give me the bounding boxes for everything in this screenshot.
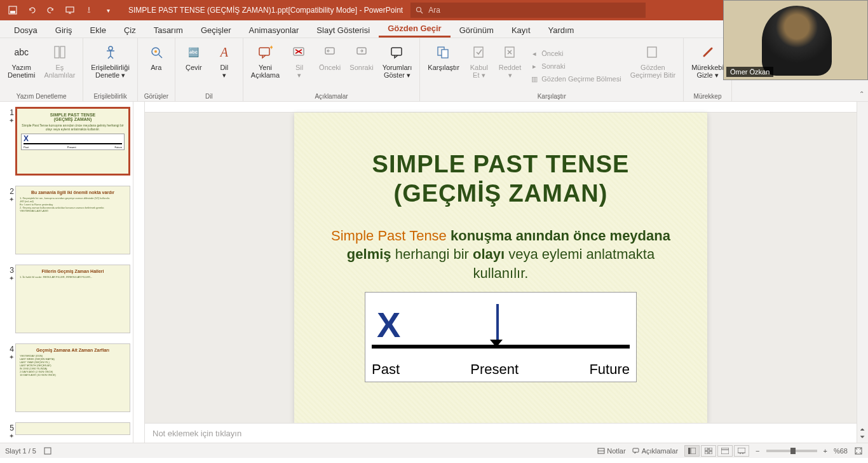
next-icon: ▸: [530, 62, 539, 71]
tab-ciz[interactable]: Çiz: [115, 23, 145, 38]
save-icon[interactable]: [8, 5, 18, 15]
svg-point-7: [109, 46, 112, 50]
svg-rect-11: [259, 48, 269, 55]
slide-canvas[interactable]: SIMPLE PAST TENSE (GEÇMİŞ ZAMAN) Simple …: [145, 113, 857, 423]
comments-toggle[interactable]: Açıklamalar: [632, 447, 678, 455]
svg-rect-26: [44, 448, 51, 454]
ribbon-group-erisilebilirlik: Erişilebilirliği Denetle ▾ Erişilebilirl…: [83, 38, 138, 101]
video-participant: [762, 6, 832, 76]
svg-rect-20: [442, 50, 448, 58]
undo-icon[interactable]: [27, 5, 37, 15]
svg-rect-31: [691, 448, 696, 454]
group-label: Açıklamalar: [248, 92, 414, 100]
horizontal-ruler: [145, 102, 857, 113]
prev-slide-icon[interactable]: ⏶: [860, 426, 865, 432]
tab-giris[interactable]: Giriş: [46, 23, 81, 38]
status-bar: Slayt 1 / 5 Notlar Açıklamalar − + %68: [0, 443, 868, 458]
thumbnail-5[interactable]: 5✦: [0, 417, 133, 443]
svg-line-4: [421, 11, 423, 13]
ribbon-group-yazim-denetleme: abc Yazım Denetimi Eş Anlamlılar Yazım D…: [0, 38, 83, 101]
zoom-in-button[interactable]: +: [824, 447, 827, 455]
svg-rect-33: [709, 448, 712, 450]
svg-rect-21: [474, 47, 483, 57]
compare-icon: [433, 42, 454, 62]
tab-ekle[interactable]: Ekle: [81, 23, 115, 38]
tab-animasyonlar[interactable]: Animasyonlar: [240, 23, 308, 38]
prev-comment-button[interactable]: Önceki: [316, 41, 343, 92]
accessibility-status-icon[interactable]: [44, 447, 51, 455]
hide-ink-button[interactable]: Mürekkebi Gizle ▾: [689, 41, 726, 92]
animation-star-icon: ✦: [9, 354, 14, 361]
show-comments-button[interactable]: Yorumları Göster ▾: [380, 41, 415, 92]
tab-yardim[interactable]: Yardım: [539, 23, 583, 38]
tab-gozden-gecir[interactable]: Gözden Geçir: [379, 21, 451, 38]
language-button[interactable]: A Dil ▾: [211, 41, 238, 92]
tab-gecisler[interactable]: Geçişler: [192, 23, 240, 38]
zoom-level[interactable]: %68: [834, 447, 848, 455]
thumbnail-2[interactable]: 2✦ Bu zamanla ilgili iki önemli nokta va…: [0, 181, 133, 259]
timeline-x-mark: X: [377, 304, 400, 345]
tab-slayt-gosterisi[interactable]: Slayt Gösterisi: [308, 23, 379, 38]
slideshow-view-button[interactable]: [734, 445, 749, 457]
sorter-view-button[interactable]: [701, 445, 716, 457]
group-label: Yazım Denetleme: [5, 92, 78, 100]
group-label: Erişilebilirlik: [88, 92, 132, 100]
main-editing-area: SIMPLE PAST TENSE (GEÇMİŞ ZAMAN) Simple …: [145, 102, 857, 443]
review-pane-button[interactable]: ▥Gözden Geçirme Bölmesi: [527, 73, 623, 85]
accept-button[interactable]: Kabul Et ▾: [466, 41, 492, 92]
accessibility-icon: [100, 42, 121, 62]
tab-tasarim[interactable]: Tasarım: [145, 23, 192, 38]
svg-rect-36: [721, 448, 729, 454]
svg-rect-32: [705, 448, 708, 450]
slide-title[interactable]: SIMPLE PAST TENSE (GEÇMİŞ ZAMAN): [372, 151, 630, 209]
customize-qat-icon[interactable]: ▾: [103, 5, 113, 15]
tab-dosya[interactable]: Dosya: [5, 23, 46, 38]
delete-comment-button[interactable]: Sil ▾: [286, 41, 313, 92]
new-comment-button[interactable]: ✦ Yeni Açıklama: [248, 41, 282, 92]
slide-thumbnails-panel[interactable]: 1✦ SIMPLE PAST TENSE (GEÇMİŞ ZAMAN)Simpl…: [0, 102, 133, 443]
end-review-icon: [642, 42, 663, 62]
reading-view-button[interactable]: [717, 445, 733, 457]
zoom-out-button[interactable]: −: [756, 447, 759, 455]
quick-access-toolbar: ▾: [0, 5, 121, 15]
vertical-scrollbar[interactable]: ⏶ ⏷: [857, 102, 868, 443]
fit-to-window-button[interactable]: [854, 446, 863, 455]
slide-counter[interactable]: Slayt 1 / 5: [5, 447, 36, 455]
slide-body-text[interactable]: Simple Past Tense konuşma anından önce m…: [320, 227, 682, 284]
notes-pane[interactable]: Not eklemek için tıklayın: [145, 423, 857, 443]
compare-button[interactable]: Karşılaştır: [425, 41, 462, 92]
touch-mode-icon[interactable]: [84, 5, 94, 15]
show-comments-icon: [387, 42, 407, 62]
next-change-button[interactable]: ▸Sonraki: [527, 60, 623, 72]
normal-view-button[interactable]: [684, 445, 700, 457]
search-box[interactable]: Ara: [410, 3, 646, 18]
prev-icon: ◂: [530, 49, 539, 58]
video-call-overlay[interactable]: Ömer Özkan: [723, 0, 868, 80]
timeline-image[interactable]: X Past Present Future: [365, 292, 637, 382]
animation-star-icon: ✦: [9, 196, 14, 203]
reject-button[interactable]: Reddet ▾: [496, 41, 524, 92]
ribbon-group-dil: 🔤 Çevir A Dil ▾ Dil: [175, 38, 243, 101]
spell-check-button[interactable]: abc Yazım Denetimi: [5, 41, 37, 92]
accessibility-check-button[interactable]: Erişilebilirliği Denetle ▾: [88, 41, 132, 92]
next-comment-button[interactable]: Sonraki: [347, 41, 376, 92]
translate-button[interactable]: 🔤 Çevir: [180, 41, 207, 92]
thumbnail-1[interactable]: 1✦ SIMPLE PAST TENSE (GEÇMİŞ ZAMAN)Simpl…: [0, 102, 133, 181]
slideshow-icon[interactable]: [65, 5, 75, 15]
thesaurus-button[interactable]: Eş Anlamlılar: [41, 41, 78, 92]
prev-change-button[interactable]: ◂Önceki: [527, 48, 623, 59]
collapse-ribbon-icon[interactable]: ⌃: [859, 90, 864, 97]
thumbnail-4[interactable]: 4✦ Geçmiş Zamana Ait Zaman ZarflarıYESTE…: [0, 338, 133, 417]
timeline-line: [372, 345, 630, 349]
tab-gorunum[interactable]: Görünüm: [451, 23, 503, 38]
next-slide-icon[interactable]: ⏷: [860, 434, 865, 440]
end-review-button[interactable]: Gözden Geçirmeyi Bitir: [628, 41, 679, 92]
slide[interactable]: SIMPLE PAST TENSE (GEÇMİŞ ZAMAN) Simple …: [294, 113, 707, 423]
notes-toggle[interactable]: Notlar: [597, 447, 625, 455]
tab-kayit[interactable]: Kayıt: [503, 23, 539, 38]
zoom-slider[interactable]: [766, 450, 817, 452]
redo-icon[interactable]: [46, 5, 56, 15]
thumbnail-3[interactable]: 3✦ Fillerin Geçmiş Zaman Halleri1. İki f…: [0, 259, 133, 338]
svg-rect-29: [633, 448, 639, 452]
smart-lookup-button[interactable]: Ara: [143, 41, 170, 92]
